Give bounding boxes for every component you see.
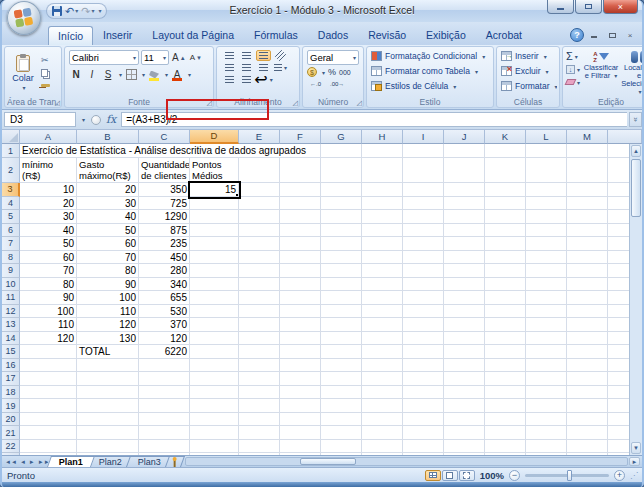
cell-J14[interactable] bbox=[444, 332, 485, 346]
fill-button[interactable]: ↓▾ bbox=[565, 63, 581, 75]
cell-D3[interactable]: 15 bbox=[190, 183, 239, 197]
cell-H18[interactable] bbox=[362, 386, 403, 400]
cell-H20[interactable] bbox=[362, 413, 403, 427]
cell-G5[interactable] bbox=[321, 210, 362, 224]
cell-M21[interactable] bbox=[567, 426, 608, 440]
cell-M3[interactable] bbox=[567, 183, 608, 197]
cell-E6[interactable] bbox=[239, 224, 280, 238]
cell-E19[interactable] bbox=[239, 399, 280, 413]
undo-dropdown-icon[interactable]: ▾ bbox=[75, 6, 78, 16]
cell-B13[interactable]: 120 bbox=[77, 318, 139, 332]
underline-button[interactable]: S bbox=[101, 67, 115, 82]
row-header-1[interactable]: 1 bbox=[2, 144, 20, 158]
currency-format-button[interactable]: $ bbox=[307, 67, 317, 77]
cell-B5[interactable]: 40 bbox=[77, 210, 139, 224]
cell-C10[interactable]: 340 bbox=[139, 278, 190, 292]
currency-dropdown-icon[interactable]: ▾ bbox=[322, 69, 325, 76]
cell-K13[interactable] bbox=[485, 318, 526, 332]
cell-A8[interactable]: 60 bbox=[20, 251, 77, 265]
cell-I3[interactable] bbox=[403, 183, 444, 197]
cell-B19[interactable] bbox=[77, 399, 139, 413]
cell-L22[interactable] bbox=[526, 440, 567, 454]
column-header-K[interactable]: K bbox=[485, 130, 526, 144]
tab-dados[interactable]: Dados bbox=[308, 25, 358, 45]
cell-H14[interactable] bbox=[362, 332, 403, 346]
cell-A9[interactable]: 70 bbox=[20, 264, 77, 278]
formatar-como-tabela-button[interactable]: Formatar como Tabela▾ bbox=[369, 65, 491, 77]
cell-K22[interactable] bbox=[485, 440, 526, 454]
cell-H12[interactable] bbox=[362, 305, 403, 319]
cell-D12[interactable] bbox=[190, 305, 239, 319]
maximize-button[interactable] bbox=[575, 0, 602, 14]
cell-H16[interactable] bbox=[362, 359, 403, 373]
cell-D22[interactable] bbox=[190, 440, 239, 454]
cell-A4[interactable]: 20 bbox=[20, 197, 77, 211]
column-header-J[interactable]: J bbox=[444, 130, 485, 144]
align-bottom-button[interactable] bbox=[256, 50, 271, 61]
cell-K20[interactable] bbox=[485, 413, 526, 427]
cell-F6[interactable] bbox=[280, 224, 321, 238]
cell-K3[interactable] bbox=[485, 183, 526, 197]
cell-H19[interactable] bbox=[362, 399, 403, 413]
cell-K19[interactable] bbox=[485, 399, 526, 413]
row-header-15[interactable]: 15 bbox=[2, 345, 20, 359]
cell-B16[interactable] bbox=[77, 359, 139, 373]
cell-E4[interactable] bbox=[239, 197, 280, 211]
cell-J11[interactable] bbox=[444, 291, 485, 305]
row-header-16[interactable]: 16 bbox=[2, 359, 20, 373]
cell-A5[interactable]: 30 bbox=[20, 210, 77, 224]
cell-D18[interactable] bbox=[190, 386, 239, 400]
bold-button[interactable]: N bbox=[69, 67, 83, 82]
cell-B7[interactable]: 60 bbox=[77, 237, 139, 251]
fill-color-button[interactable] bbox=[147, 67, 161, 82]
cell-D19[interactable] bbox=[190, 399, 239, 413]
cell-L17[interactable] bbox=[526, 372, 567, 386]
cell-E16[interactable] bbox=[239, 359, 280, 373]
previous-sheet-button[interactable]: ◄ bbox=[20, 459, 26, 465]
cell-I1[interactable] bbox=[403, 144, 444, 158]
column-header-L[interactable]: L bbox=[526, 130, 567, 144]
cell-B18[interactable] bbox=[77, 386, 139, 400]
formula-input[interactable]: =(A3+B3)/2 bbox=[121, 112, 627, 127]
cell-C21[interactable] bbox=[139, 426, 190, 440]
cell-A11[interactable]: 90 bbox=[20, 291, 77, 305]
cell-E17[interactable] bbox=[239, 372, 280, 386]
row-header-5[interactable]: 5 bbox=[2, 210, 20, 224]
column-header-C[interactable]: C bbox=[139, 130, 190, 144]
cell-D9[interactable] bbox=[190, 264, 239, 278]
cell-J19[interactable] bbox=[444, 399, 485, 413]
cell-E3[interactable] bbox=[239, 183, 280, 197]
cell-H9[interactable] bbox=[362, 264, 403, 278]
cell-F22[interactable] bbox=[280, 440, 321, 454]
borders-dropdown-icon[interactable]: ▾ bbox=[142, 71, 145, 78]
increase-decimal-button[interactable]: ←.0 bbox=[307, 79, 324, 89]
insert-worksheet-button[interactable] bbox=[165, 456, 185, 467]
tab-exibição[interactable]: Exibição bbox=[416, 25, 476, 45]
cell-M22[interactable] bbox=[567, 440, 608, 454]
cell-E8[interactable] bbox=[239, 251, 280, 265]
row-header-8[interactable]: 8 bbox=[2, 251, 20, 265]
zoom-out-button[interactable]: − bbox=[509, 470, 520, 481]
cell-E21[interactable] bbox=[239, 426, 280, 440]
cell-B11[interactable]: 100 bbox=[77, 291, 139, 305]
cell-J2[interactable] bbox=[444, 158, 485, 183]
clipboard-dialog-launcher-icon[interactable]: ◿ bbox=[55, 99, 60, 106]
cell-M18[interactable] bbox=[567, 386, 608, 400]
cell-A22[interactable] bbox=[20, 440, 77, 454]
dropdown-icon[interactable]: ▾ bbox=[475, 68, 478, 75]
cell-B3[interactable]: 20 bbox=[77, 183, 139, 197]
horizontal-scroll-thumb[interactable] bbox=[300, 458, 356, 465]
decrease-indent-button[interactable] bbox=[222, 74, 237, 85]
cell-F20[interactable] bbox=[280, 413, 321, 427]
wrap-text-button[interactable]: ↩▾ bbox=[256, 74, 271, 85]
dropdown-icon[interactable]: ▾ bbox=[453, 83, 456, 90]
cell-H1[interactable] bbox=[362, 144, 403, 158]
font-color-dropdown-icon[interactable]: ▾ bbox=[188, 71, 191, 78]
cell-G16[interactable] bbox=[321, 359, 362, 373]
cell-E14[interactable] bbox=[239, 332, 280, 346]
cell-G22[interactable] bbox=[321, 440, 362, 454]
cell-L10[interactable] bbox=[526, 278, 567, 292]
cell-E7[interactable] bbox=[239, 237, 280, 251]
cell-M10[interactable] bbox=[567, 278, 608, 292]
cell-F11[interactable] bbox=[280, 291, 321, 305]
